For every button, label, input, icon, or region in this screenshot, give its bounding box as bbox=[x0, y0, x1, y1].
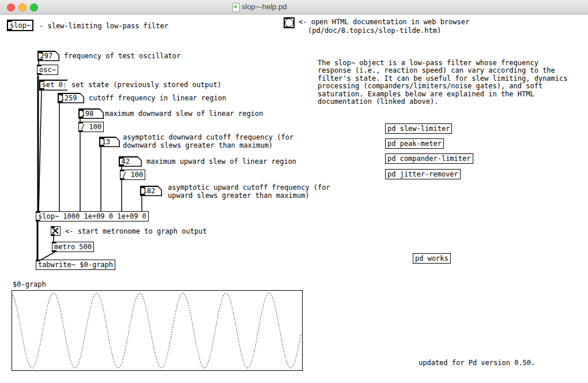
comment-up-asym: asymptotic upward cutoff frequency (for … bbox=[168, 183, 330, 200]
comment-frequency: frequency of test oscillator bbox=[64, 52, 180, 60]
message-box-set[interactable]: set 0 bbox=[39, 80, 68, 91]
comment-down-asym: asymptotic downward cutoff frequency (fo… bbox=[123, 133, 293, 149]
minimize-button[interactable] bbox=[18, 3, 27, 12]
comment-cutoff: cutoff frequency in linear region bbox=[89, 94, 226, 102]
comment-updated: updated for Pd version 0.50. bbox=[419, 359, 535, 367]
subpatch-works[interactable]: pd works bbox=[413, 253, 451, 264]
title-bar: slop~-help.pd bbox=[0, 0, 588, 14]
pd-patch-window: slop~-help.pd slop~ - slew-limiting low-… bbox=[0, 0, 588, 383]
subpatch-jitter-remover[interactable]: pd jitter-remover bbox=[385, 169, 461, 179]
number-box-up-asym[interactable]: 182 bbox=[140, 186, 162, 196]
window-title: slop~-help.pd bbox=[242, 2, 287, 11]
comment-toggle: <- start metronome to graph output bbox=[65, 227, 207, 235]
comment-down-slew: maximum downward slew of linear region bbox=[105, 110, 263, 118]
number-box-cutoff[interactable]: 1259 bbox=[58, 93, 84, 103]
object-box-metro[interactable]: metro 500 bbox=[52, 242, 94, 252]
comment-doc-line2: (pd/doc/8.topics/slop-tilde.htm) bbox=[308, 27, 441, 35]
bang-circle-icon bbox=[285, 18, 293, 27]
subpatch-slew-limiter[interactable]: pd slew-limiter bbox=[385, 123, 452, 134]
toggle-x-icon bbox=[51, 227, 59, 235]
number-box-down-slew[interactable]: 198 bbox=[78, 108, 104, 119]
subpatch-compander-limiter[interactable]: pd compander-limiter bbox=[385, 153, 473, 164]
number-box-frequency-value: 297 bbox=[39, 52, 59, 61]
graph-canvas bbox=[12, 290, 303, 371]
comment-description: - slew-limiting low-pass filter bbox=[39, 22, 168, 30]
message-box-set-text: set 0 bbox=[40, 81, 67, 90]
object-box-tabwrite[interactable]: tabwrite~ $0-graph bbox=[36, 260, 115, 270]
close-button[interactable] bbox=[7, 3, 15, 12]
number-box-frequency[interactable]: 297 bbox=[37, 51, 59, 61]
number-box-up-slew[interactable]: 42 bbox=[119, 156, 142, 167]
number-box-down-asym-value: 13 bbox=[100, 138, 119, 147]
zoom-button[interactable] bbox=[30, 3, 38, 12]
document-icon bbox=[232, 3, 240, 12]
object-box-slop-main[interactable]: slop~ 1000 1e+09 0 1e+09 0 bbox=[36, 211, 149, 221]
object-box-slop[interactable]: slop~ bbox=[7, 20, 33, 31]
description-paragraph: The slop~ object is a low-pass filter wh… bbox=[318, 59, 567, 106]
number-box-up-slew-value: 42 bbox=[120, 157, 141, 166]
number-box-down-asym[interactable]: 13 bbox=[99, 137, 120, 147]
subpatch-peak-meter[interactable]: pd peak-meter bbox=[385, 138, 444, 149]
graph-label: $0-graph bbox=[13, 280, 46, 288]
bang-open-docs[interactable] bbox=[284, 17, 295, 28]
comment-doc-line1: <- open HTML documentation in web browse… bbox=[299, 18, 469, 26]
number-box-up-asym-value: 182 bbox=[141, 187, 161, 196]
comment-up-slew: maximum upward slew of linear region bbox=[146, 157, 296, 166]
toggle-metronome[interactable] bbox=[51, 226, 61, 236]
object-box-div1[interactable]: / 100 bbox=[78, 122, 104, 132]
number-box-cutoff-value: 1259 bbox=[59, 94, 84, 103]
comment-set-state: set state (previously stored output) bbox=[71, 81, 221, 89]
object-box-div2[interactable]: / 100 bbox=[120, 170, 145, 180]
object-box-osc[interactable]: osc~ bbox=[37, 65, 58, 75]
number-box-down-slew-value: 198 bbox=[80, 110, 103, 118]
